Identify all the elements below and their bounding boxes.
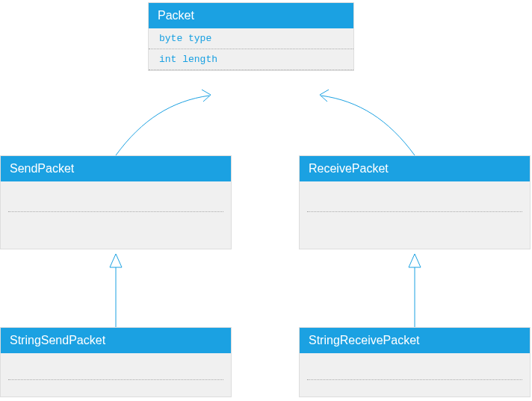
class-stringsendpacket: StringSendPacket [0,327,232,397]
edge-receivepacket-to-packet [321,96,415,155]
class-packet-field-0: byte type [149,28,353,49]
edge-sendpacket-to-packet [116,96,209,155]
diagram-canvas: Packet byte type int length SendPacket R… [0,0,532,401]
class-stringsendpacket-separator [8,379,223,380]
arrowhead-receivepacket-to-packet [320,90,329,102]
arrowhead-stringsendpacket-to-sendpacket [110,254,122,267]
class-receivepacket: ReceivePacket [299,155,531,249]
class-receivepacket-title: ReceivePacket [300,156,530,181]
arrowhead-stringreceivepacket-to-receivepacket [409,254,421,267]
class-packet-title: Packet [149,3,353,28]
class-receivepacket-separator [307,211,522,212]
class-stringreceivepacket: StringReceivePacket [299,327,531,397]
class-sendpacket-title: SendPacket [1,156,231,181]
class-stringsendpacket-title: StringSendPacket [1,328,231,353]
class-sendpacket: SendPacket [0,155,232,249]
class-stringreceivepacket-body [300,353,530,397]
class-packet-body: byte type int length [149,28,353,70]
class-packet-field-1: int length [149,49,353,70]
class-stringreceivepacket-separator [307,379,522,380]
class-stringsendpacket-body [1,353,231,397]
class-receivepacket-body [300,181,530,249]
class-stringreceivepacket-title: StringReceivePacket [300,328,530,353]
class-sendpacket-body [1,181,231,249]
class-sendpacket-separator [8,211,223,212]
arrowhead-sendpacket-to-packet [202,90,211,102]
class-packet: Packet byte type int length [148,2,354,71]
